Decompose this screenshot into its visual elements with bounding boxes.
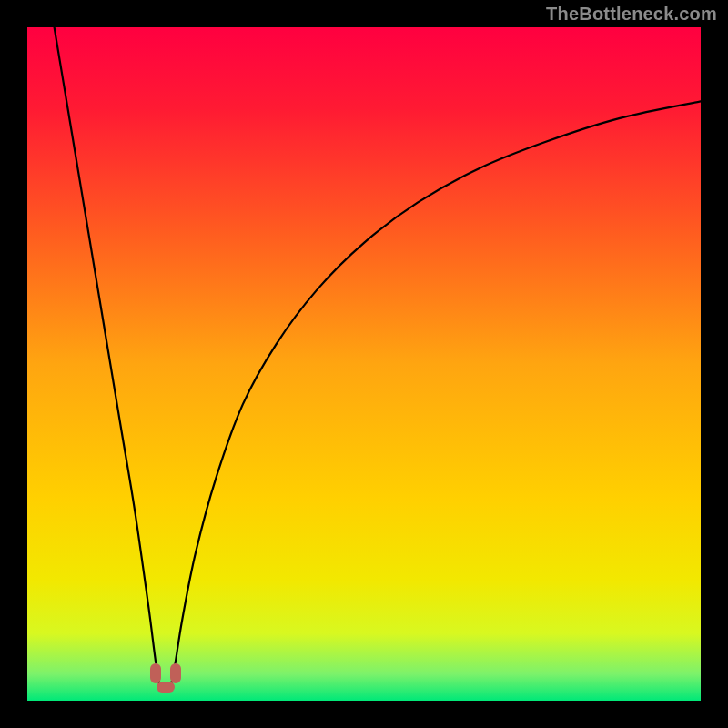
bottleneck-curve	[27, 27, 701, 701]
minimum-marker-bottom	[157, 682, 175, 693]
minimum-marker-left	[150, 663, 161, 683]
watermark-text: TheBottleneck.com	[546, 4, 717, 25]
minimum-marker-right	[170, 663, 181, 683]
plot-area	[27, 27, 701, 701]
